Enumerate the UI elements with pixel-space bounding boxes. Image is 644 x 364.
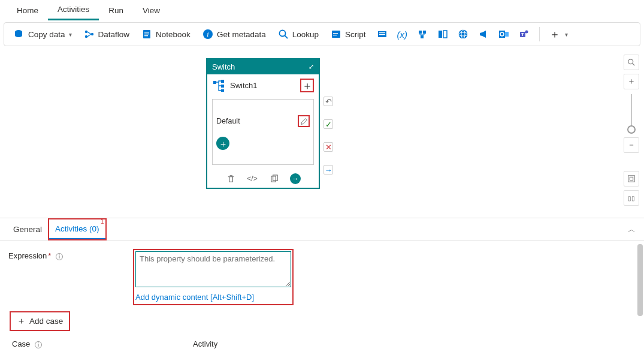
svg-rect-34 (221, 85, 224, 88)
svg-rect-35 (221, 89, 224, 92)
svg-point-10 (279, 31, 285, 37)
activity-side-actions: ↶ ✓ ✕ → (323, 97, 333, 175)
copy-data-button[interactable]: Copy data ▾ (9, 26, 77, 42)
lookup-button[interactable]: Lookup (273, 26, 323, 42)
add-case-button[interactable]: ＋ Add case (10, 311, 70, 331)
notebook-icon (141, 29, 152, 40)
col-case-label: Case (12, 339, 30, 348)
switch-activity-card[interactable]: Switch ⤢ Switch1 ＋ Default ＋ </> (206, 58, 320, 189)
svg-rect-21 (439, 31, 442, 38)
activities-toolbar: Copy data ▾ Dataflow Notebook i Get meta… (4, 22, 640, 46)
svg-rect-7 (144, 35, 148, 36)
svg-point-1 (84, 31, 87, 33)
prop-tab-activities[interactable]: Activities (0) (49, 219, 105, 239)
dataflow-label: Dataflow (98, 30, 130, 39)
script-label: Script (345, 30, 366, 39)
variable-icon[interactable]: (x) (394, 27, 412, 42)
expand-icon[interactable]: ⤢ (309, 63, 314, 71)
outlook-icon[interactable] (495, 26, 513, 42)
chevron-down-icon: ▾ (565, 31, 568, 38)
notebook-button[interactable]: Notebook (137, 26, 195, 42)
get-metadata-label: Get metadata (217, 30, 266, 39)
script-icon (331, 29, 341, 40)
run-icon[interactable]: → (290, 173, 301, 184)
svg-rect-17 (379, 34, 385, 35)
add-case-icon[interactable]: ＋ (300, 79, 314, 92)
expression-highlight: Add dynamic content [Alt+Shift+D] (133, 249, 294, 305)
toolbar-divider (539, 27, 540, 41)
failure-output-icon[interactable]: ✕ (323, 142, 333, 152)
teams-icon[interactable]: T (515, 26, 533, 42)
svg-rect-19 (423, 31, 426, 34)
zoom-slider-handle[interactable] (627, 125, 636, 134)
properties-tab-bar: General Activities (0) 1 ︿ (0, 218, 644, 240)
svg-rect-41 (630, 177, 633, 180)
globe-icon[interactable] (454, 26, 472, 42)
tab-home[interactable]: Home (7, 1, 48, 20)
copy-icon[interactable] (268, 173, 279, 184)
info-icon[interactable]: i (35, 341, 42, 348)
zoom-slider[interactable] (631, 94, 632, 133)
svg-point-23 (459, 30, 468, 39)
search-icon (278, 29, 289, 40)
info-icon: i (202, 29, 213, 40)
fit-to-screen-icon[interactable] (624, 171, 639, 186)
svg-line-11 (285, 36, 288, 39)
svg-text:i: i (207, 30, 208, 38)
svg-rect-40 (628, 176, 635, 182)
collapse-panel-icon[interactable]: ︿ (628, 224, 636, 235)
completion-output-icon[interactable]: → (323, 165, 333, 175)
add-activity-to-default[interactable]: ＋ (216, 137, 229, 150)
add-dynamic-content-link[interactable]: Add dynamic content [Alt+Shift+D] (134, 290, 292, 304)
toolbar-icon-1[interactable] (373, 26, 391, 42)
toolbar-icon-4[interactable] (434, 26, 452, 42)
toolbar-icon-3[interactable] (413, 26, 431, 42)
default-case-box: Default ＋ (212, 99, 314, 165)
svg-rect-20 (421, 35, 424, 38)
expression-label: Expression* i (8, 249, 128, 260)
chevron-down-icon: ▾ (69, 31, 72, 38)
switch-header-label: Switch (212, 62, 235, 71)
dataflow-button[interactable]: Dataflow (79, 26, 135, 42)
add-case-label: Add case (29, 317, 63, 326)
code-icon[interactable]: </> (247, 173, 258, 184)
lookup-label: Lookup (292, 30, 319, 39)
info-icon[interactable]: i (56, 253, 63, 260)
svg-rect-13 (333, 33, 338, 34)
tab-view[interactable]: View (133, 1, 170, 20)
svg-text:T: T (521, 32, 524, 37)
zoom-out-button[interactable]: － (624, 137, 639, 153)
auto-align-icon[interactable]: ▯▯ (624, 190, 639, 206)
error-badge: 1 (101, 218, 104, 225)
edit-default-button[interactable] (298, 115, 310, 127)
switch-title-row: Switch1 ＋ (207, 74, 319, 97)
svg-rect-16 (379, 32, 385, 33)
undo-icon[interactable]: ↶ (323, 97, 333, 106)
svg-point-2 (84, 35, 87, 38)
get-metadata-button[interactable]: i Get metadata (198, 26, 271, 42)
svg-line-39 (633, 64, 635, 66)
col-activity-label: Activity (193, 339, 217, 348)
required-star: * (48, 251, 51, 260)
svg-rect-27 (505, 32, 509, 37)
svg-rect-14 (333, 35, 337, 35)
prop-tab-general[interactable]: General (7, 220, 48, 239)
scrollbar[interactable] (636, 240, 644, 353)
script-button[interactable]: Script (326, 26, 371, 42)
expression-input[interactable] (135, 251, 291, 287)
megaphone-icon[interactable] (474, 26, 492, 42)
svg-point-30 (525, 31, 528, 34)
success-output-icon[interactable]: ✓ (323, 119, 333, 129)
tab-activities[interactable]: Activities (48, 0, 99, 20)
switch-card-header: Switch ⤢ (207, 59, 319, 74)
tab-run[interactable]: Run (99, 1, 133, 20)
svg-rect-33 (221, 80, 224, 83)
switch-name: Switch1 (230, 81, 295, 90)
delete-icon[interactable] (225, 173, 236, 184)
svg-point-38 (628, 59, 633, 64)
zoom-controls: ＋ － ▯▯ (624, 55, 639, 206)
pipeline-canvas[interactable]: Switch ⤢ Switch1 ＋ Default ＋ </> (0, 46, 644, 218)
search-canvas-icon[interactable] (624, 55, 639, 70)
zoom-in-button[interactable]: ＋ (624, 74, 639, 89)
add-activity-button[interactable]: ＋ ▾ (546, 25, 572, 44)
